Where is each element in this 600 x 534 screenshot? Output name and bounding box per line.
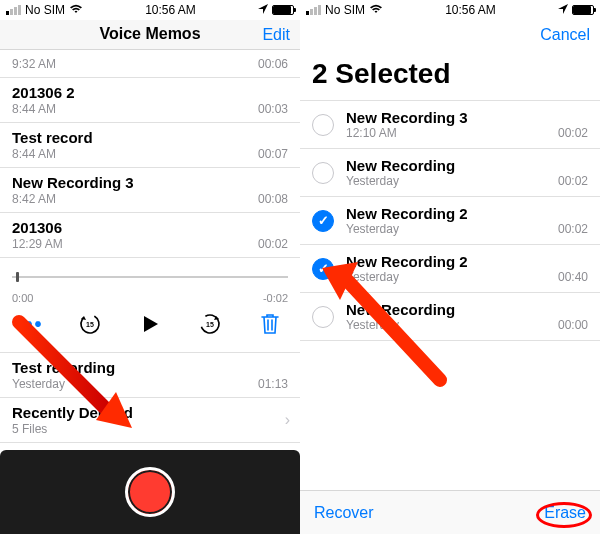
player-area: 0:00 -0:02 ••• 15 15 <box>0 257 300 352</box>
more-button[interactable]: ••• <box>16 310 44 338</box>
checkbox-checked-icon[interactable] <box>312 258 334 280</box>
time-remaining: -0:02 <box>263 292 288 304</box>
voice-memos-screen: No SIM 10:56 AM Voice Memos Edit 9:32 AM… <box>0 0 300 534</box>
edit-button[interactable]: Edit <box>262 26 290 44</box>
carrier-label: No SIM <box>25 3 65 17</box>
memo-row[interactable]: Test record 8:44 AM00:07 <box>0 122 300 167</box>
memo-row[interactable]: New Recording 3 8:42 AM00:08 <box>0 167 300 212</box>
location-icon <box>558 3 568 17</box>
selection-list: New Recording 3 12:10 AM00:02 New Record… <box>300 100 600 341</box>
chevron-right-icon: › <box>285 411 290 429</box>
rewind-15-button[interactable]: 15 <box>76 310 104 338</box>
svg-text:15: 15 <box>206 321 214 328</box>
signal-icon <box>6 5 21 15</box>
list-item[interactable]: New Recording 2 Yesterday00:02 <box>300 196 600 244</box>
cancel-button[interactable]: Cancel <box>540 26 590 44</box>
memo-row[interactable]: 201306 2 8:44 AM00:03 <box>0 77 300 122</box>
signal-icon <box>306 5 321 15</box>
time-elapsed: 0:00 <box>12 292 33 304</box>
erase-button[interactable]: Erase <box>544 504 586 522</box>
scrubber[interactable] <box>12 264 288 292</box>
clock-label: 10:56 AM <box>445 3 496 17</box>
list-item[interactable]: New Recording Yesterday00:02 <box>300 148 600 196</box>
list-item[interactable]: New Recording 3 12:10 AM00:02 <box>300 100 600 148</box>
carrier-label: No SIM <box>325 3 365 17</box>
status-bar: No SIM 10:56 AM <box>0 0 300 20</box>
memo-row[interactable]: 9:32 AM00:06 <box>0 50 300 77</box>
memo-row[interactable]: Test recording Yesterday01:13 <box>0 353 300 397</box>
selection-screen: No SIM 10:56 AM Cancel 2 Selected New Re… <box>300 0 600 534</box>
forward-15-button[interactable]: 15 <box>196 310 224 338</box>
svg-text:15: 15 <box>86 321 94 328</box>
memo-list: 9:32 AM00:06 201306 2 8:44 AM00:03 Test … <box>0 50 300 257</box>
recently-deleted-row[interactable]: Recently Deleted 5 Files › <box>0 397 300 443</box>
page-title: Voice Memos <box>0 25 300 43</box>
list-item[interactable]: New Recording 2 Yesterday00:40 <box>300 244 600 292</box>
wifi-icon <box>369 3 383 17</box>
lower-list: Test recording Yesterday01:13 Recently D… <box>0 352 300 443</box>
wifi-icon <box>69 3 83 17</box>
status-bar: No SIM 10:56 AM <box>300 0 600 20</box>
battery-icon <box>272 5 294 15</box>
battery-icon <box>572 5 594 15</box>
location-icon <box>258 3 268 17</box>
checkbox-unchecked-icon[interactable] <box>312 306 334 328</box>
checkbox-unchecked-icon[interactable] <box>312 114 334 136</box>
play-button[interactable] <box>136 310 164 338</box>
clock-label: 10:56 AM <box>145 3 196 17</box>
bottom-toolbar: Recover Erase <box>300 490 600 534</box>
recover-button[interactable]: Recover <box>314 504 374 522</box>
page-title: 2 Selected <box>300 50 600 100</box>
record-button[interactable] <box>125 467 175 517</box>
memo-row[interactable]: 201306 12:29 AM00:02 <box>0 212 300 257</box>
list-item[interactable]: New Recording Yesterday00:00 <box>300 292 600 341</box>
nav-bar: Voice Memos Edit <box>0 20 300 50</box>
trash-button[interactable] <box>256 310 284 338</box>
checkbox-checked-icon[interactable] <box>312 210 334 232</box>
checkbox-unchecked-icon[interactable] <box>312 162 334 184</box>
record-bar <box>0 450 300 534</box>
nav-bar: Cancel <box>300 20 600 50</box>
